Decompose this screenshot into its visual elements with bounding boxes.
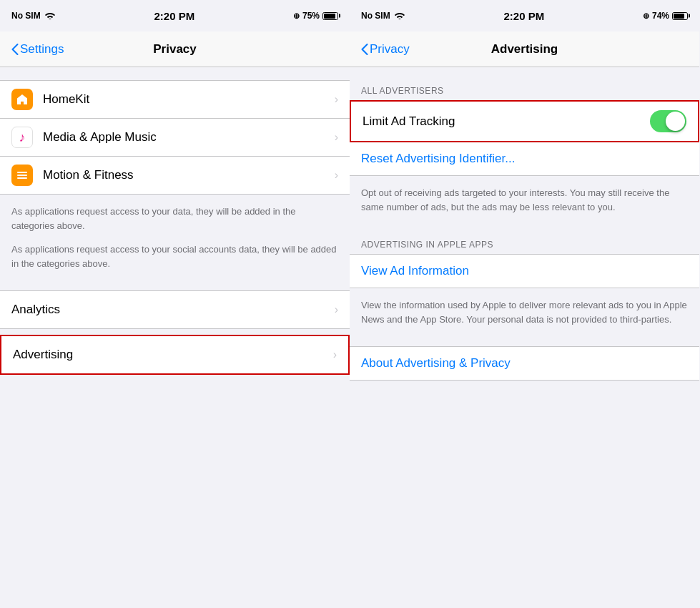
left-panel: No SIM 2:20 PM ⊕ 75% Settings Privacy xyxy=(0,0,350,608)
svg-rect-2 xyxy=(17,177,27,179)
homekit-icon xyxy=(11,89,33,110)
media-music-icon: ♪ xyxy=(11,127,33,148)
reset-advertising-row[interactable]: Reset Advertising Identifier... xyxy=(350,142,699,176)
status-left: No SIM xyxy=(11,11,56,21)
description-block: As applications request access to your d… xyxy=(0,195,350,290)
right-content: ALL ADVERTISERS Limit Ad Tracking Reset … xyxy=(350,67,699,608)
battery-icon-right xyxy=(672,12,688,20)
advertising-row[interactable]: Advertising › xyxy=(1,336,348,373)
media-music-label: Media & Apple Music xyxy=(43,130,335,144)
reset-advertising-label: Reset Advertising Identifier... xyxy=(361,152,515,166)
view-ad-desc-text: View the information used by Apple to de… xyxy=(361,298,688,326)
view-ad-info-row[interactable]: View Ad Information xyxy=(350,254,699,288)
motion-fitness-icon xyxy=(11,165,33,186)
about-advertising-row[interactable]: About Advertising & Privacy xyxy=(350,346,699,381)
no-sim-label-right: No SIM xyxy=(361,11,390,21)
no-sim-label: No SIM xyxy=(11,11,41,21)
status-time-left: 2:20 PM xyxy=(154,10,194,22)
homekit-label: HomeKit xyxy=(43,92,335,107)
nav-bar-left: Settings Privacy xyxy=(0,31,350,67)
motion-fitness-label: Motion & Fitness xyxy=(43,168,335,182)
back-button-right[interactable]: Privacy xyxy=(361,42,410,57)
left-content: HomeKit › ♪ Media & Apple Music › xyxy=(0,67,350,608)
limit-ad-tracking-row[interactable]: Limit Ad Tracking xyxy=(351,102,698,141)
status-right-left: ⊕ 75% xyxy=(293,11,338,21)
back-label-left: Settings xyxy=(20,42,64,57)
battery-pct-left: 75% xyxy=(302,11,320,21)
advertising-chevron: › xyxy=(333,348,337,361)
status-bar-left: No SIM 2:20 PM ⊕ 75% xyxy=(0,0,350,31)
view-ad-desc-section: View the information used by Apple to de… xyxy=(350,288,699,346)
location-icon-right: ⊕ xyxy=(643,11,649,21)
location-icon-left: ⊕ xyxy=(293,11,300,21)
media-music-chevron: › xyxy=(335,131,338,144)
privacy-list-group: HomeKit › ♪ Media & Apple Music › xyxy=(0,80,350,195)
media-music-row[interactable]: ♪ Media & Apple Music › xyxy=(0,119,350,157)
motion-fitness-row[interactable]: Motion & Fitness › xyxy=(0,157,350,194)
description-text-2: As applications request access to your s… xyxy=(11,242,338,270)
right-panel: No SIM 2:20 PM ⊕ 74% Privacy Advertising… xyxy=(350,0,699,608)
battery-pct-right: 74% xyxy=(652,11,669,21)
limit-ad-tracking-label: Limit Ad Tracking xyxy=(363,114,455,129)
nav-title-right: Advertising xyxy=(491,42,558,57)
homekit-chevron: › xyxy=(335,93,338,106)
status-right-right: ⊕ 74% xyxy=(643,11,688,21)
advertising-apple-apps-header: ADVERTISING IN APPLE APPS xyxy=(350,234,699,254)
view-ad-info-label: View Ad Information xyxy=(361,264,688,278)
nav-title-left: Privacy xyxy=(153,42,197,57)
status-bar-right: No SIM 2:20 PM ⊕ 74% xyxy=(350,0,699,31)
toggle-knob xyxy=(666,112,685,131)
battery-icon-left xyxy=(322,12,338,20)
limit-ad-tracking-highlight: Limit Ad Tracking xyxy=(350,100,699,142)
analytics-group: Analytics › xyxy=(0,290,350,329)
svg-rect-0 xyxy=(17,172,27,173)
back-button-left[interactable]: Settings xyxy=(11,42,64,57)
advertising-highlight-box: Advertising › xyxy=(0,335,350,375)
status-time-right: 2:20 PM xyxy=(503,10,544,22)
opt-out-text: Opt out of receiving ads targeted to you… xyxy=(361,186,688,214)
svg-rect-1 xyxy=(17,175,27,176)
homekit-row[interactable]: HomeKit › xyxy=(0,81,350,119)
analytics-chevron: › xyxy=(335,303,338,316)
nav-bar-right: Privacy Advertising xyxy=(350,31,699,67)
status-left-right: No SIM xyxy=(361,11,405,21)
all-advertisers-header: ALL ADVERTISERS xyxy=(350,80,699,100)
analytics-row[interactable]: Analytics › xyxy=(0,291,350,328)
opt-out-section: Opt out of receiving ads targeted to you… xyxy=(350,176,699,234)
advertising-label: Advertising xyxy=(13,348,333,362)
wifi-icon xyxy=(44,11,56,21)
description-text-1: As applications request access to your d… xyxy=(11,205,338,232)
wifi-icon-right xyxy=(394,11,405,21)
motion-fitness-chevron: › xyxy=(335,169,338,182)
limit-ad-toggle[interactable] xyxy=(650,110,686,132)
about-advertising-label: About Advertising & Privacy xyxy=(361,356,688,371)
back-label-right: Privacy xyxy=(370,42,410,57)
analytics-label: Analytics xyxy=(11,303,335,317)
